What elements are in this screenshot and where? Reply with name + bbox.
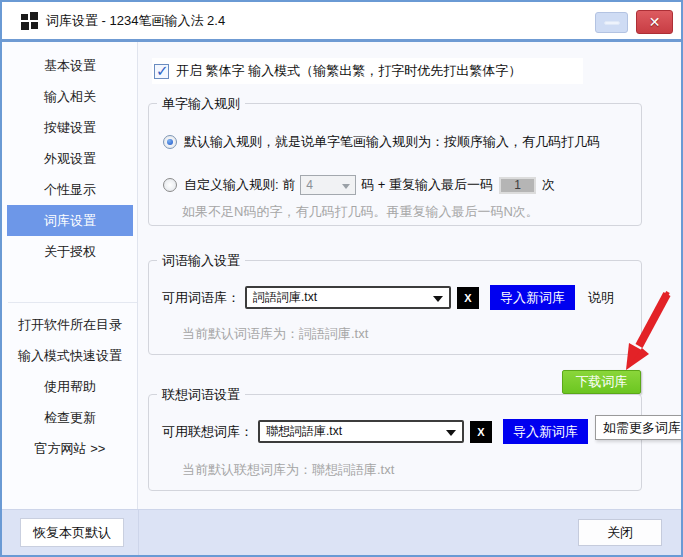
close-window-button[interactable]: ✕ [636, 10, 673, 34]
single-char-rules-group: 单字输入规则 默认输入规则，就是说单字笔画输入规则为：按顺序输入，有几码打几码 … [148, 103, 642, 226]
code-count-dropdown[interactable]: 4 [300, 175, 356, 195]
custom-rule-prefix-label: 自定义输入规则: 前 [184, 176, 295, 194]
word-lexicon-help-link[interactable]: 说明 [588, 289, 614, 307]
minimize-icon [604, 21, 620, 25]
word-lexicon-remove-button[interactable]: X [457, 287, 479, 309]
traditional-mode-checkbox-row[interactable]: ✓ 开启 繁体字 输入模式（输繁出繁，打字时优先打出繁体字） [152, 58, 583, 84]
default-rule-radio-row[interactable]: 默认输入规则，就是说单字笔画输入规则为：按顺序输入，有几码打几码 [163, 133, 600, 151]
sidebar-item-check-update[interactable]: 检查更新 [7, 402, 133, 433]
assoc-lexicon-group: 联想词语设置 可用联想词库： 聯想詞語庫.txt X 导入新词库 说明 当前默认… [148, 394, 642, 491]
assoc-lexicon-row: 可用联想词库： 聯想詞語庫.txt X 导入新词库 说明 [162, 419, 627, 444]
restore-defaults-button[interactable]: 恢复本页默认 [20, 518, 124, 547]
close-dialog-button[interactable]: 关闭 [578, 519, 662, 546]
word-lexicon-legend: 词语输入设置 [157, 252, 245, 270]
code-count-value: 4 [306, 178, 313, 192]
word-lexicon-row: 可用词语库： 詞語詞庫.txt X 导入新词库 说明 [162, 285, 614, 310]
sidebar-item-basic[interactable]: 基本设置 [7, 50, 133, 81]
custom-rule-radio[interactable] [163, 178, 177, 192]
word-lexicon-combo-label: 可用词语库： [162, 289, 240, 307]
repeat-count-input[interactable]: 1 [499, 177, 536, 194]
custom-rule-suffix-label: 次 [542, 176, 555, 194]
traditional-mode-label: 开启 繁体字 输入模式（输繁出繁，打字时优先打出繁体字） [176, 62, 521, 80]
sidebar-item-help[interactable]: 使用帮助 [7, 371, 133, 402]
word-lexicon-current-text: 当前默认词语库为：詞語詞庫.txt [182, 325, 368, 343]
sidebar-divider [8, 302, 137, 303]
sidebar-item-quick-mode[interactable]: 输入模式快速设置 [7, 340, 133, 371]
custom-rule-mid-label: 码 + 重复输入最后一码 [361, 176, 493, 194]
default-rule-radio[interactable] [163, 135, 177, 149]
title-bar: 词库设置 - 1234笔画输入法 2.4 ✕ [2, 2, 681, 39]
default-rule-label: 默认输入规则，就是说单字笔画输入规则为：按顺序输入，有几码打几码 [184, 133, 600, 151]
chevron-down-icon [433, 296, 443, 302]
settings-window: 词库设置 - 1234笔画输入法 2.4 ✕ 基本设置 输入相关 按键设置 外观… [0, 0, 683, 557]
traditional-mode-checkbox[interactable]: ✓ [154, 64, 169, 79]
window-title: 词库设置 - 1234笔画输入法 2.4 [46, 2, 225, 39]
word-lexicon-value: 詞語詞庫.txt [253, 289, 317, 306]
assoc-lexicon-value: 聯想詞語庫.txt [266, 423, 342, 440]
assoc-lexicon-current-text: 当前默认联想词库为：聯想詞語庫.txt [182, 461, 394, 479]
custom-rule-radio-row[interactable]: 自定义输入规则: 前 4 码 + 重复输入最后一码 1 次 [163, 175, 555, 195]
assoc-lexicon-combo-label: 可用联想词库： [162, 423, 253, 441]
sidebar-item-appearance[interactable]: 外观设置 [7, 143, 133, 174]
bottom-bar-divider [138, 510, 139, 555]
bottom-bar: 恢复本页默认 关闭 [2, 509, 681, 555]
chevron-down-icon [342, 184, 350, 189]
sidebar-item-lexicon-active[interactable]: 词库设置 [7, 205, 133, 236]
sidebar: 基本设置 输入相关 按键设置 外观设置 个性显示 词库设置 关于授权 打开软件所… [2, 42, 138, 509]
single-char-rules-legend: 单字输入规则 [157, 95, 245, 113]
sidebar-item-input[interactable]: 输入相关 [7, 81, 133, 112]
word-lexicon-import-button[interactable]: 导入新词库 [490, 285, 575, 310]
more-lexicon-tooltip: 如需更多词库，请点击 [595, 415, 683, 440]
download-lexicon-button[interactable]: 下载词库 [562, 370, 641, 394]
app-logo-icon [21, 12, 39, 30]
minimize-button[interactable] [595, 12, 628, 33]
assoc-lexicon-dropdown[interactable]: 聯想詞語庫.txt [258, 420, 464, 443]
sidebar-item-personal[interactable]: 个性显示 [7, 174, 133, 205]
sidebar-item-keys[interactable]: 按键设置 [7, 112, 133, 143]
custom-rule-hint: 如果不足N码的字，有几码打几码。再重复输入最后一码N次。 [182, 203, 539, 221]
chevron-down-icon [446, 430, 456, 436]
sidebar-item-open-folder[interactable]: 打开软件所在目录 [7, 309, 133, 340]
sidebar-item-license[interactable]: 关于授权 [7, 236, 133, 267]
sidebar-item-official-site[interactable]: 官方网站 >> [7, 433, 133, 464]
word-lexicon-group: 词语输入设置 可用词语库： 詞語詞庫.txt X 导入新词库 说明 当前默认词语… [148, 260, 642, 355]
assoc-lexicon-legend: 联想词语设置 [157, 386, 245, 404]
check-icon: ✓ [156, 62, 169, 80]
assoc-lexicon-import-button[interactable]: 导入新词库 [503, 419, 588, 444]
word-lexicon-dropdown[interactable]: 詞語詞庫.txt [245, 286, 451, 309]
assoc-lexicon-remove-button[interactable]: X [470, 421, 492, 443]
